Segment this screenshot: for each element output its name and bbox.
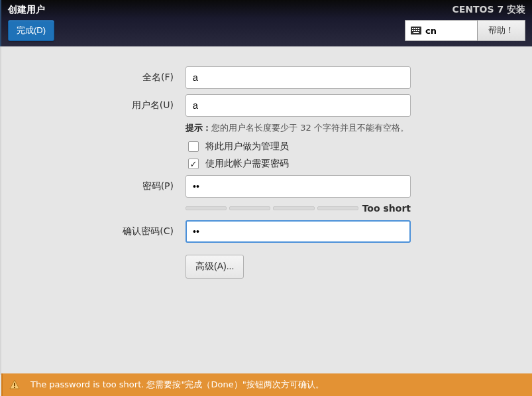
header: 创建用户 完成(D) CENTOS 7 安装 cn 帮助！	[0, 0, 532, 46]
require-password-checkbox-label: 使用此帐户需要密码	[205, 158, 289, 170]
password-strength-label: Too short	[362, 203, 411, 214]
svg-rect-6	[414, 30, 415, 31]
password-strength-bar	[186, 206, 358, 210]
password-strength-row: Too short	[186, 203, 411, 214]
confirm-password-input[interactable]	[186, 220, 411, 243]
hint-label: 提示：	[186, 123, 211, 133]
require-password-checkbox[interactable]	[188, 159, 199, 169]
svg-rect-7	[416, 30, 417, 31]
strength-seg-1	[186, 206, 227, 210]
svg-rect-3	[416, 28, 417, 29]
admin-checkbox[interactable]	[188, 141, 199, 152]
svg-rect-8	[418, 30, 419, 31]
admin-checkbox-label: 将此用户做为管理员	[205, 141, 289, 153]
hint-text: 您的用户名长度要少于 32 个字符并且不能有空格。	[211, 123, 409, 133]
username-input[interactable]	[186, 94, 411, 117]
warning-text: The password is too short. 您需要按"完成（Done）…	[30, 379, 324, 391]
admin-checkbox-row[interactable]: 将此用户做为管理员	[188, 141, 505, 153]
svg-rect-5	[412, 30, 413, 31]
svg-rect-11	[14, 387, 15, 388]
password-input[interactable]	[186, 175, 411, 198]
installer-subtitle: CENTOS 7 安装	[452, 4, 525, 16]
warning-bar: The password is too short. 您需要按"完成（Done）…	[1, 373, 532, 396]
keyboard-indicator[interactable]: cn	[405, 20, 478, 41]
svg-rect-1	[412, 28, 413, 29]
strength-seg-2	[229, 206, 270, 210]
keyboard-layout-text: cn	[425, 26, 437, 36]
strength-seg-3	[273, 206, 314, 210]
require-password-checkbox-row[interactable]: 使用此帐户需要密码	[188, 158, 505, 170]
left-border	[0, 46, 1, 375]
create-user-form: 全名(F) 用户名(U) 提示：您的用户名长度要少于 32 个字符并且不能有空格…	[0, 46, 532, 292]
done-button[interactable]: 完成(D)	[8, 20, 54, 41]
username-label: 用户名(U)	[27, 99, 186, 111]
svg-rect-2	[414, 28, 415, 29]
fullname-label: 全名(F)	[27, 72, 186, 84]
advanced-button[interactable]: 高级(A)...	[186, 255, 244, 279]
warning-icon	[9, 379, 20, 390]
password-label: 密码(P)	[27, 180, 186, 192]
keyboard-icon	[411, 27, 421, 34]
svg-rect-9	[413, 32, 419, 33]
strength-seg-4	[317, 206, 358, 210]
help-button[interactable]: 帮助！	[478, 20, 525, 41]
page-title: 创建用户	[8, 4, 54, 16]
svg-rect-4	[418, 28, 419, 29]
confirm-password-label: 确认密码(C)	[27, 226, 186, 237]
svg-rect-10	[14, 383, 15, 386]
username-hint: 提示：您的用户名长度要少于 32 个字符并且不能有空格。	[186, 122, 505, 134]
fullname-input[interactable]	[186, 66, 411, 89]
